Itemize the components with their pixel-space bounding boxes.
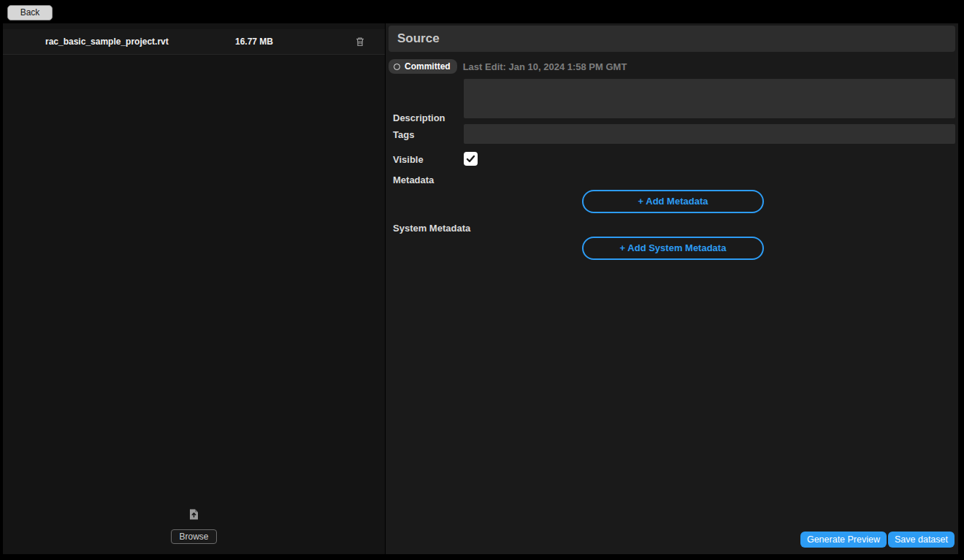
status-label: Committed: [405, 61, 451, 72]
back-button[interactable]: Back: [7, 5, 53, 20]
description-input[interactable]: [464, 79, 955, 118]
status-circle-icon: [394, 64, 400, 70]
tags-label: Tags: [393, 129, 414, 140]
source-panel-title: Source: [389, 26, 955, 52]
source-panel: Source Committed Last Edit: Jan 10, 2024…: [386, 23, 958, 554]
browse-area: Browse: [3, 508, 385, 544]
last-edit-text: Last Edit: Jan 10, 2024 1:58 PM GMT: [463, 61, 627, 72]
file-size: 16.77 MB: [235, 37, 273, 47]
description-label: Description: [393, 112, 445, 123]
tags-input[interactable]: [464, 124, 955, 144]
file-list-panel: rac_basic_sample_project.rvt 16.77 MB Br…: [3, 23, 385, 554]
visible-checkbox[interactable]: [464, 152, 478, 166]
generate-preview-button[interactable]: Generate Preview: [800, 532, 887, 548]
file-row[interactable]: rac_basic_sample_project.rvt 16.77 MB: [3, 29, 385, 55]
browse-button[interactable]: Browse: [171, 529, 216, 544]
file-name: rac_basic_sample_project.rvt: [45, 37, 169, 47]
system-metadata-label: System Metadata: [393, 223, 470, 234]
add-metadata-button[interactable]: + Add Metadata: [582, 190, 764, 213]
save-dataset-button[interactable]: Save dataset: [888, 532, 955, 548]
status-badge: Committed: [389, 59, 457, 74]
visible-label: Visible: [393, 154, 424, 165]
metadata-label: Metadata: [393, 174, 434, 185]
status-row: Committed Last Edit: Jan 10, 2024 1:58 P…: [389, 58, 627, 74]
check-icon: [466, 154, 475, 164]
file-upload-icon: [188, 508, 200, 523]
delete-file-icon[interactable]: [354, 36, 366, 47]
add-system-metadata-button[interactable]: + Add System Metadata: [582, 237, 764, 260]
